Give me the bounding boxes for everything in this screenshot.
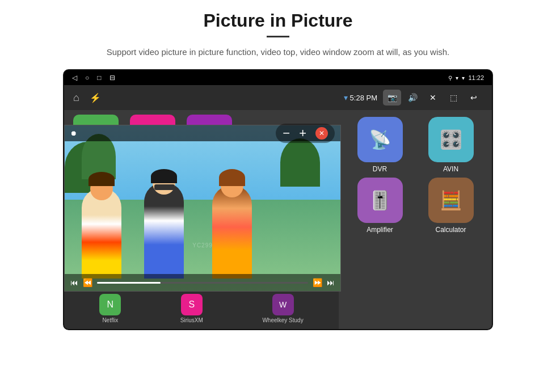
dvr-app-cell[interactable]: 📡 DVR bbox=[349, 117, 411, 173]
siriusxm-label: SiriusXM bbox=[180, 317, 203, 323]
page-title: Picture in Picture bbox=[203, 10, 352, 31]
volume-icon: 🔊 bbox=[408, 93, 418, 102]
toolbar-right: ▾ 5:28 PM 📷 🔊 ✕ ⬚ ↩ bbox=[344, 90, 483, 106]
toolbar-left: ⌂ ⚡ bbox=[73, 92, 101, 104]
undo-button[interactable]: ↩ bbox=[465, 90, 483, 106]
video-background bbox=[65, 125, 340, 291]
rewind-icon[interactable]: ⏪ bbox=[83, 278, 92, 287]
home-icon[interactable]: ⌂ bbox=[73, 92, 79, 104]
record-icon: ⏺ bbox=[70, 129, 77, 137]
volume-button[interactable]: 🔊 bbox=[403, 90, 422, 106]
status-bar: ◁ ○ □ ⊟ ⚲ ▾ ▾ 11:22 bbox=[64, 70, 492, 85]
dvr-label: DVR bbox=[373, 165, 387, 173]
next-icon[interactable]: ⏭ bbox=[327, 278, 335, 287]
app-toolbar: ⌂ ⚡ ▾ 5:28 PM 📷 🔊 ✕ ⬚ ↩ bbox=[64, 85, 492, 110]
wifi-icon: ▾ bbox=[344, 93, 348, 102]
right-apps-grid: 📡 DVR 🎛️ AVIN 🎚️ bbox=[339, 110, 492, 329]
pip-plus-button[interactable]: + bbox=[299, 126, 306, 141]
pip-minus-button[interactable]: − bbox=[283, 126, 290, 141]
undo-icon: ↩ bbox=[470, 93, 477, 102]
location-icon: ⚲ bbox=[448, 75, 452, 81]
pip-video-container[interactable]: ⏺ − + ✕ ⏮ ⏪ ⏩ ⏭ YC299 bbox=[64, 125, 341, 292]
title-divider bbox=[267, 36, 289, 37]
back-icon[interactable]: ◁ bbox=[72, 74, 77, 82]
pip-close-icon: ✕ bbox=[319, 129, 325, 137]
pip-resize-controls[interactable]: − + ✕ bbox=[276, 124, 335, 143]
prev-icon[interactable]: ⏮ bbox=[70, 278, 78, 287]
calculator-label: Calculator bbox=[435, 226, 466, 234]
close-x-icon: ✕ bbox=[429, 93, 436, 102]
pip-progress-fill bbox=[97, 282, 161, 284]
pip-top-bar-left: ⏺ bbox=[70, 129, 77, 137]
netflix-app-cell[interactable]: N Netflix bbox=[99, 294, 121, 323]
bottom-app-strip: N Netflix S SiriusXM W Wheelkey Study bbox=[64, 288, 339, 329]
recents-icon[interactable]: □ bbox=[97, 74, 101, 82]
menu-icon[interactable]: ⊟ bbox=[109, 74, 115, 82]
camera-button[interactable]: 📷 bbox=[383, 90, 401, 106]
status-time: 11:22 bbox=[468, 74, 484, 81]
netflix-icon-box: N bbox=[99, 294, 121, 315]
home-android-icon[interactable]: ○ bbox=[85, 74, 89, 82]
status-bar-nav: ◁ ○ □ ⊟ bbox=[72, 74, 115, 82]
toolbar-time: 5:28 PM bbox=[350, 94, 377, 102]
page-subtitle: Support video picture in picture functio… bbox=[107, 45, 449, 59]
status-bar-right: ⚲ ▾ ▾ 11:22 bbox=[448, 74, 484, 81]
dvr-icon-box: 📡 bbox=[357, 117, 403, 162]
signal2-icon: ▾ bbox=[462, 75, 465, 81]
wheelkey-label: Wheelkey Study bbox=[262, 317, 303, 323]
camera-icon: 📷 bbox=[387, 93, 397, 102]
apps-row-1: 📡 DVR 🎛️ AVIN bbox=[344, 117, 486, 173]
wheelkey-icon-box: W bbox=[272, 294, 294, 315]
pip-frame-button[interactable]: ⬚ bbox=[444, 90, 462, 106]
siriusxm-app-cell[interactable]: S SiriusXM bbox=[180, 294, 203, 323]
pip-top-bar: ⏺ − + ✕ bbox=[65, 125, 340, 141]
watermark: YC299 bbox=[192, 242, 213, 248]
netflix-label: Netflix bbox=[102, 317, 118, 323]
apps-row-2: 🎚️ Amplifier 🧮 Calculator bbox=[344, 178, 486, 234]
device-frame: ◁ ○ □ ⊟ ⚲ ▾ ▾ 11:22 ⌂ ⚡ ▾ 5:28 PM � bbox=[63, 69, 493, 330]
signal-icon: ▾ bbox=[456, 75, 458, 81]
calculator-icon-box: 🧮 bbox=[428, 178, 474, 223]
usb-icon[interactable]: ⚡ bbox=[90, 92, 101, 103]
amplifier-label: Amplifier bbox=[367, 226, 393, 234]
pip-close-button[interactable]: ✕ bbox=[315, 127, 328, 140]
pip-progress-bar[interactable] bbox=[97, 282, 308, 284]
avin-icon-box: 🎛️ bbox=[428, 117, 474, 162]
avin-app-cell[interactable]: 🎛️ AVIN bbox=[420, 117, 482, 173]
pip-bottom-bar: ⏮ ⏪ ⏩ ⏭ bbox=[65, 274, 340, 291]
amplifier-app-cell[interactable]: 🎚️ Amplifier bbox=[349, 178, 411, 234]
calculator-app-cell[interactable]: 🧮 Calculator bbox=[420, 178, 482, 234]
page-container: Picture in Picture Support video picture… bbox=[0, 0, 556, 392]
close-button[interactable]: ✕ bbox=[424, 90, 442, 106]
amplifier-icon-box: 🎚️ bbox=[357, 178, 403, 223]
forward-icon[interactable]: ⏩ bbox=[313, 278, 322, 287]
siriusxm-icon-box: S bbox=[181, 294, 203, 315]
wheelkey-app-cell[interactable]: W Wheelkey Study bbox=[262, 294, 303, 323]
pip-frame-icon: ⬚ bbox=[450, 93, 457, 102]
avin-label: AVIN bbox=[443, 165, 458, 173]
